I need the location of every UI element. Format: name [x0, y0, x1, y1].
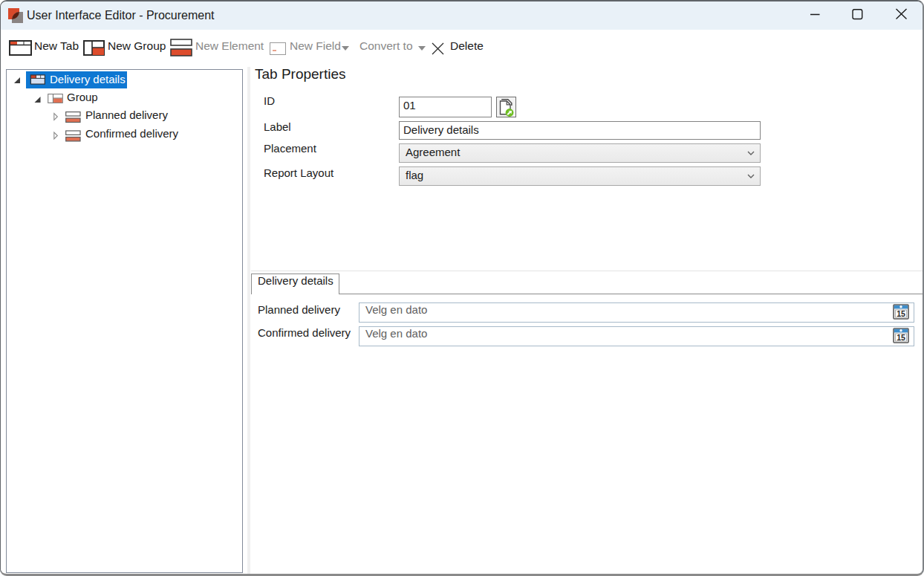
svg-text:15: 15 [897, 333, 905, 342]
svg-text:15: 15 [897, 309, 905, 318]
